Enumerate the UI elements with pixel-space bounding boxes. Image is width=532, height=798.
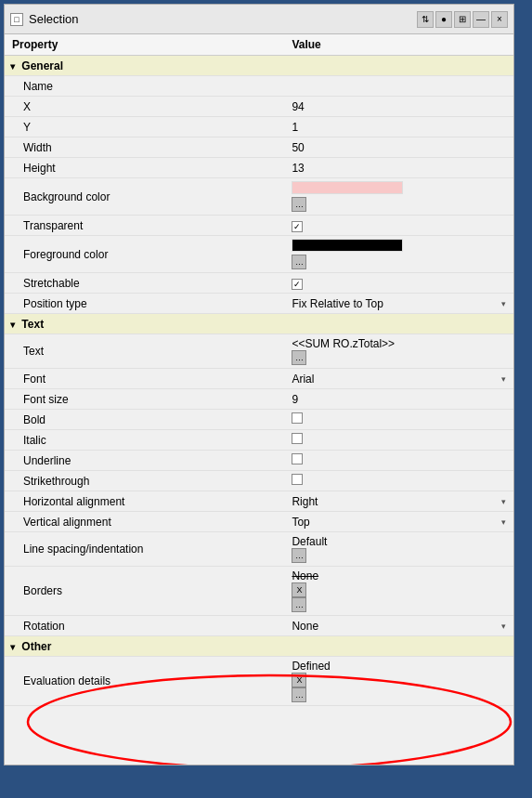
text-section-row[interactable]: ▾ Text <box>5 314 513 334</box>
prop-v-align: Vertical alignment <box>5 512 284 532</box>
prop-x: X <box>5 97 284 117</box>
panel-header: □ Selection ⇅ ● ⊞ — × <box>5 5 513 34</box>
table-row: Background color … <box>5 178 513 216</box>
toolbar-icon-4[interactable]: — <box>473 11 489 28</box>
toolbar-icon-3[interactable]: ⊞ <box>454 11 471 28</box>
prop-fg-color: Foreground color <box>5 236 284 273</box>
val-h-align[interactable]: Right ▾ <box>284 491 513 512</box>
eval-details-btn[interactable]: … <box>292 687 306 702</box>
val-transparent[interactable]: ✓ <box>284 216 513 236</box>
table-row: Y 1 <box>5 117 513 137</box>
other-section-label: Other <box>21 640 51 653</box>
h-align-dropdown[interactable]: Right ▾ <box>292 495 506 508</box>
prop-position-type: Position type <box>5 294 284 314</box>
general-section-label: General <box>21 59 63 72</box>
table-row: Name <box>5 76 513 97</box>
prop-height: Height <box>5 158 284 178</box>
table-row: Height 13 <box>5 158 513 178</box>
font-dropdown[interactable]: Arial ▾ <box>292 373 506 386</box>
other-section-row[interactable]: ▾ Other <box>5 636 513 657</box>
val-y[interactable]: 1 <box>284 117 513 137</box>
table-row: Font Arial ▾ <box>5 369 513 389</box>
borders-btn[interactable]: … <box>292 597 306 612</box>
val-position-type[interactable]: Fix Relative to Top ▾ <box>284 294 513 314</box>
rotation-value: None <box>292 620 318 633</box>
val-bg-color[interactable]: … <box>284 178 513 216</box>
table-row: Rotation None ▾ <box>5 616 513 636</box>
line-spacing-btn[interactable]: … <box>292 548 306 563</box>
prop-borders: Borders <box>5 567 284 616</box>
table-row: Stretchable ✓ <box>5 273 513 294</box>
prop-width: Width <box>5 137 284 158</box>
stretchable-checkbox[interactable]: ✓ <box>292 279 303 290</box>
position-type-arrow: ▾ <box>501 299 506 308</box>
general-toggle: ▾ <box>10 61 15 72</box>
table-row: Vertical alignment Top ▾ <box>5 512 513 532</box>
underline-checkbox[interactable] <box>292 453 303 464</box>
panel-title-area: □ Selection <box>10 12 78 26</box>
column-header-row: Property Value <box>5 34 513 56</box>
italic-checkbox[interactable] <box>292 433 303 444</box>
eval-details-x-btn[interactable]: X <box>292 673 306 687</box>
panel-title: Selection <box>29 12 78 26</box>
borders-value: None <box>292 569 318 582</box>
toolbar-icon-2[interactable]: ● <box>435 11 452 28</box>
val-v-align[interactable]: Top ▾ <box>284 512 513 532</box>
val-eval-details[interactable]: Defined X … <box>284 657 513 706</box>
val-fg-color[interactable]: … <box>284 236 513 273</box>
val-height[interactable]: 13 <box>284 158 513 178</box>
toolbar-icon-1[interactable]: ⇅ <box>417 11 434 28</box>
val-bold[interactable] <box>284 410 513 430</box>
text-btn[interactable]: … <box>292 350 306 365</box>
borders-x-btn[interactable]: X <box>292 582 306 597</box>
eval-details-value: Defined <box>292 660 330 673</box>
prop-font: Font <box>5 369 284 389</box>
line-spacing-value: Default <box>292 535 327 548</box>
strikethrough-checkbox[interactable] <box>292 474 303 485</box>
selection-panel: □ Selection ⇅ ● ⊞ — × Property Value <box>4 4 514 765</box>
prop-name: Name <box>5 76 284 97</box>
fg-color-swatch <box>292 239 403 252</box>
val-strikethrough[interactable] <box>284 471 513 491</box>
val-text[interactable]: <<SUM RO.zTotal>> … <box>284 334 513 369</box>
h-align-arrow: ▾ <box>501 497 506 506</box>
prop-strikethrough: Strikethrough <box>5 471 284 491</box>
table-row: Horizontal alignment Right ▾ <box>5 491 513 512</box>
bg-color-button[interactable]: … <box>292 197 306 212</box>
prop-h-align: Horizontal alignment <box>5 491 284 512</box>
prop-underline: Underline <box>5 451 284 471</box>
v-align-value: Top <box>292 516 309 529</box>
prop-line-spacing: Line spacing/indentation <box>5 532 284 567</box>
position-type-dropdown[interactable]: Fix Relative to Top ▾ <box>292 297 506 310</box>
val-italic[interactable] <box>284 430 513 451</box>
val-rotation[interactable]: None ▾ <box>284 616 513 636</box>
table-row: Evaluation details Defined X … <box>5 657 513 706</box>
val-borders[interactable]: None X … <box>284 567 513 616</box>
rotation-arrow: ▾ <box>501 621 506 631</box>
prop-transparent: Transparent <box>5 216 284 236</box>
prop-rotation: Rotation <box>5 616 284 636</box>
general-section-row[interactable]: ▾ General <box>5 56 513 76</box>
val-stretchable[interactable]: ✓ <box>284 273 513 294</box>
rotation-dropdown[interactable]: None ▾ <box>292 620 506 633</box>
val-font[interactable]: Arial ▾ <box>284 369 513 389</box>
toolbar-icon-5[interactable]: × <box>491 11 508 28</box>
transparent-checkbox[interactable]: ✓ <box>292 221 303 232</box>
val-x[interactable]: 94 <box>284 97 513 117</box>
val-name <box>284 76 513 97</box>
fg-color-button[interactable]: … <box>292 255 306 269</box>
bg-color-swatch <box>292 181 403 194</box>
text-toggle: ▾ <box>10 320 15 330</box>
val-font-size[interactable]: 9 <box>284 389 513 410</box>
h-align-value: Right <box>292 495 318 508</box>
val-underline[interactable] <box>284 451 513 471</box>
properties-table: Property Value ▾ General Name <box>5 34 513 706</box>
val-width[interactable]: 50 <box>284 137 513 158</box>
text-section-label: Text <box>21 318 44 331</box>
table-row: Underline <box>5 451 513 471</box>
val-line-spacing[interactable]: Default … <box>284 532 513 567</box>
prop-stretchable: Stretchable <box>5 273 284 294</box>
prop-eval-details: Evaluation details <box>5 657 284 706</box>
v-align-dropdown[interactable]: Top ▾ <box>292 516 506 529</box>
bold-checkbox[interactable] <box>292 412 303 424</box>
